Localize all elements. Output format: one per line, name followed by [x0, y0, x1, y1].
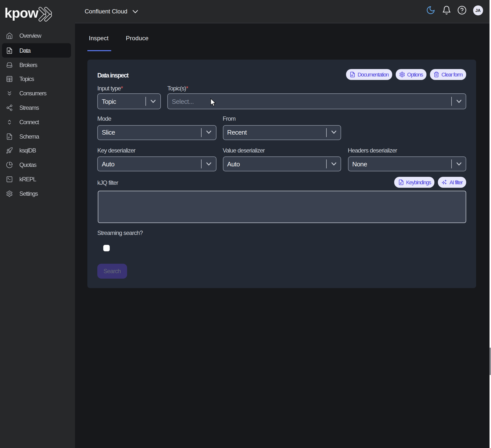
svg-text:kpow: kpow [4, 5, 38, 21]
